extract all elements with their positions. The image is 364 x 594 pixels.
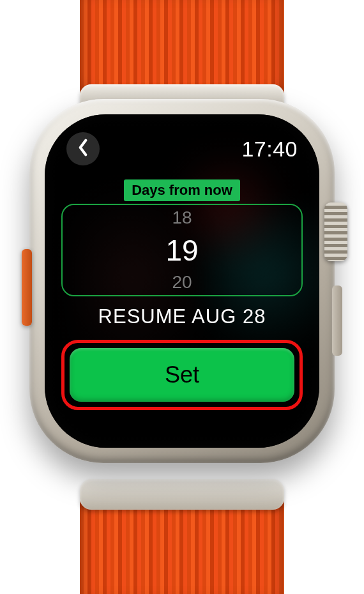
picker-prev-value: 18 bbox=[172, 209, 192, 227]
watch-case: 17:40 Days from now 18 19 20 RESUME AUG … bbox=[29, 99, 335, 463]
back-button[interactable] bbox=[66, 132, 100, 165]
side-button[interactable] bbox=[332, 286, 342, 356]
chevron-left-icon bbox=[77, 139, 89, 159]
digital-crown[interactable] bbox=[324, 202, 347, 261]
watch-screen: 17:40 Days from now 18 19 20 RESUME AUG … bbox=[45, 114, 319, 448]
clock-time: 17:40 bbox=[241, 137, 298, 162]
picker-next-value: 20 bbox=[172, 273, 192, 291]
status-bar: 17:40 bbox=[61, 132, 303, 165]
days-from-now-label: Days from now bbox=[124, 179, 240, 201]
picker-current-value: 19 bbox=[165, 236, 198, 265]
action-button[interactable] bbox=[22, 249, 32, 326]
set-button[interactable]: Set bbox=[70, 348, 294, 402]
resume-date-label: RESUME AUG 28 bbox=[61, 305, 303, 328]
days-picker[interactable]: 18 19 20 bbox=[61, 204, 303, 296]
lug-bottom bbox=[80, 479, 284, 510]
set-button-highlight: Set bbox=[61, 340, 303, 410]
